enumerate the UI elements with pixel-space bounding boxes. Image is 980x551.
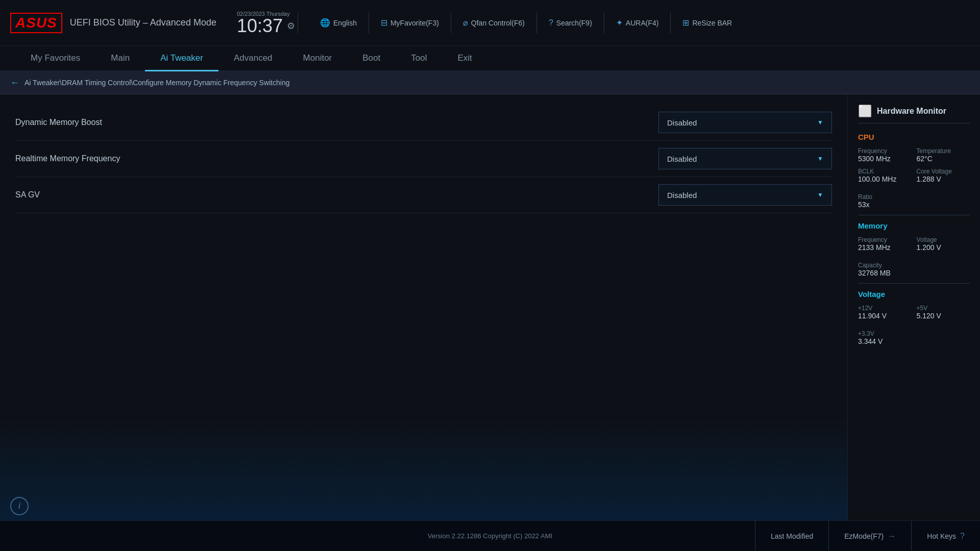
setting-row-dynamic-memory-boost: Dynamic Memory Boost Disabled ▼ — [15, 105, 832, 141]
info-button[interactable]: i — [10, 497, 29, 515]
cpu-frequency-label: Frequency — [858, 147, 912, 155]
toolbar-aura[interactable]: ✦ AURA(F4) — [607, 15, 668, 31]
voltage-33v-label: +3.3V — [858, 330, 970, 337]
header: ASUS UEFI BIOS Utility – Advanced Mode 0… — [0, 0, 980, 46]
memory-frequency-value: 2133 MHz — [858, 243, 912, 252]
toolbar-separator — [536, 13, 537, 33]
logo-area: ASUS UEFI BIOS Utility – Advanced Mode — [10, 13, 216, 33]
toolbar-separator — [670, 13, 671, 33]
setting-label-realtime-memory-frequency: Realtime Memory Frequency — [15, 154, 658, 163]
main-layout: Dynamic Memory Boost Disabled ▼ Realtime… — [0, 94, 980, 520]
back-button[interactable]: ← — [10, 78, 19, 88]
voltage-12v-value: 11.904 V — [858, 312, 912, 320]
chevron-down-icon: ▼ — [817, 191, 823, 198]
toolbar-separator — [298, 13, 298, 33]
voltage-5v-label: +5V — [917, 305, 970, 312]
breadcrumb: Ai Tweaker\DRAM Timing Control\Configure… — [24, 79, 289, 87]
setting-dropdown-sa-gv[interactable]: Disabled ▼ — [658, 184, 832, 206]
memory-frequency-label: Frequency — [858, 236, 912, 243]
ez-mode-button[interactable]: EzMode(F7) → — [828, 521, 911, 551]
toolbar: 🌐 English ⊟ MyFavorite(F3) ⌀ Qfan Contro… — [311, 13, 970, 33]
cpu-temperature-label: Temperature — [917, 147, 970, 155]
nav-monitor[interactable]: Monitor — [288, 46, 348, 71]
nav-main[interactable]: Main — [95, 46, 145, 71]
time-display: 10:37 ⚙ — [237, 17, 295, 35]
datetime-area: 02/23/2023 Thursday 10:37 ⚙ — [237, 11, 295, 35]
setting-label-sa-gv: SA GV — [15, 190, 658, 199]
voltage-33v-value: 3.344 V — [858, 337, 970, 345]
voltage-12v-label: +12V — [858, 305, 912, 312]
favorite-icon: ⊟ — [381, 18, 387, 28]
aura-icon: ✦ — [616, 18, 623, 28]
footer: Version 2.22.1286 Copyright (C) 2022 AMI… — [0, 520, 980, 551]
cpu-bclk-label: BCLK — [858, 168, 912, 175]
fan-icon: ⌀ — [463, 18, 468, 28]
memory-stats-grid: Frequency 2133 MHz Voltage 1.200 V — [858, 236, 970, 255]
nav-my-favorites[interactable]: My Favorites — [15, 46, 95, 71]
cpu-core-voltage-label: Core Voltage — [917, 168, 970, 175]
hot-keys-button[interactable]: Hot Keys ? — [911, 521, 980, 551]
hot-keys-label: Hot Keys — [927, 532, 956, 540]
last-modified-button[interactable]: Last Modified — [755, 521, 828, 551]
settings-icon[interactable]: ⚙ — [287, 21, 295, 31]
voltage-5v-value: 5.120 V — [917, 312, 970, 320]
voltage-stats-grid: +12V 11.904 V +5V 5.120 V — [858, 305, 970, 323]
setting-dropdown-realtime-memory-frequency[interactable]: Disabled ▼ — [658, 148, 832, 169]
voltage-section-title: Voltage — [858, 290, 970, 298]
dropdown-value-realtime-memory-frequency: Disabled — [667, 155, 697, 163]
memory-voltage-value: 1.200 V — [917, 243, 970, 252]
app-title: UEFI BIOS Utility – Advanced Mode — [70, 17, 216, 28]
toolbar-separator — [369, 13, 369, 33]
cpu-temperature-value: 62°C — [917, 155, 970, 163]
setting-row-realtime-memory-frequency: Realtime Memory Frequency Disabled ▼ — [15, 141, 832, 177]
nav-boot[interactable]: Boot — [347, 46, 396, 71]
resize-icon: ⊞ — [682, 18, 689, 28]
cpu-core-voltage-value: 1.288 V — [917, 175, 970, 183]
nav-ai-tweaker[interactable]: Ai Tweaker — [145, 46, 218, 71]
cpu-divider — [858, 215, 970, 215]
nav-bar: My Favorites Main Ai Tweaker Advanced Mo… — [0, 46, 980, 71]
toolbar-qfan[interactable]: ⌀ Qfan Control(F6) — [454, 15, 534, 31]
cpu-frequency-value: 5300 MHz — [858, 155, 912, 163]
memory-voltage-label: Voltage — [917, 236, 970, 243]
memory-divider — [858, 283, 970, 284]
last-modified-label: Last Modified — [771, 532, 813, 540]
toolbar-search[interactable]: ? Search(F9) — [540, 15, 601, 31]
cpu-ratio-label: Ratio — [858, 193, 970, 201]
asus-logo: ASUS — [10, 13, 62, 33]
hw-monitor-header: ⬜ Hardware Monitor — [858, 105, 970, 123]
monitor-icon: ⬜ — [858, 105, 872, 118]
memory-section-title: Memory — [858, 221, 970, 230]
toolbar-separator — [604, 13, 604, 33]
ez-mode-label: EzMode(F7) — [844, 532, 884, 540]
setting-row-sa-gv: SA GV Disabled ▼ — [15, 177, 832, 213]
hardware-monitor-panel: ⬜ Hardware Monitor CPU Frequency 5300 MH… — [847, 94, 980, 520]
ez-mode-icon: → — [888, 532, 896, 541]
cpu-bclk-value: 100.00 MHz — [858, 175, 912, 183]
memory-capacity-label: Capacity — [858, 262, 970, 269]
toolbar-myfavorite[interactable]: ⊟ MyFavorite(F3) — [372, 15, 448, 31]
info-section: i — [10, 497, 29, 515]
chevron-down-icon: ▼ — [817, 119, 823, 126]
cpu-ratio-value: 53x — [858, 201, 970, 209]
cpu-stats-grid: Frequency 5300 MHz Temperature 62°C BCLK… — [858, 147, 970, 186]
content-area: Dynamic Memory Boost Disabled ▼ Realtime… — [0, 94, 847, 520]
setting-dropdown-dynamic-memory-boost[interactable]: Disabled ▼ — [658, 112, 832, 133]
dropdown-value-sa-gv: Disabled — [667, 191, 697, 199]
chevron-down-icon: ▼ — [817, 155, 823, 162]
toolbar-resize[interactable]: ⊞ ReSize BAR — [673, 15, 741, 31]
hot-keys-icon: ? — [960, 532, 965, 541]
dropdown-value-dynamic-memory-boost: Disabled — [667, 118, 697, 127]
nav-advanced[interactable]: Advanced — [218, 46, 288, 71]
memory-capacity-value: 32768 MB — [858, 269, 970, 277]
toolbar-english[interactable]: 🌐 English — [311, 15, 366, 31]
nav-tool[interactable]: Tool — [396, 46, 442, 71]
hw-monitor-title: Hardware Monitor — [877, 107, 946, 116]
globe-icon: 🌐 — [320, 18, 330, 28]
nav-exit[interactable]: Exit — [442, 46, 487, 71]
footer-right: Last Modified EzMode(F7) → Hot Keys ? — [755, 521, 980, 551]
search-icon: ? — [549, 18, 553, 28]
setting-label-dynamic-memory-boost: Dynamic Memory Boost — [15, 118, 658, 127]
toolbar-separator — [451, 13, 451, 33]
cpu-section-title: CPU — [858, 133, 970, 141]
